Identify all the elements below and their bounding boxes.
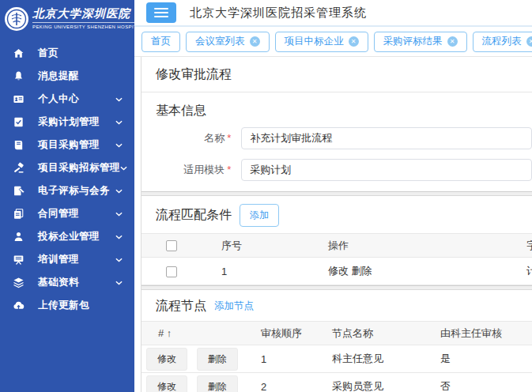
menu-toggle-button[interactable]: [146, 2, 176, 23]
page-title: 修改审批流程: [141, 57, 532, 92]
basic-info-heading: 基本信息: [141, 92, 532, 119]
book-icon: [12, 139, 25, 152]
cell-node-name: 采购员意见: [327, 373, 436, 392]
close-icon[interactable]: ✕: [250, 36, 260, 47]
clipboard-check-icon: [12, 116, 25, 129]
cell-dept-review: 否: [436, 373, 532, 392]
sidebar-item-messages[interactable]: 消息提醒: [0, 65, 134, 88]
add-condition-button[interactable]: 添加: [240, 204, 279, 227]
sidebar: 北京大学深圳医院 PEKING UNIVERSITY SHENZHEN HOSP…: [0, 0, 134, 392]
edit-button[interactable]: 修改: [146, 348, 187, 371]
module-field-label: 适用模块*: [141, 163, 231, 177]
hospital-logo-icon: [4, 6, 29, 32]
cell-order: 2: [256, 373, 327, 392]
tab-label: 流程列表: [482, 35, 522, 48]
sidebar-item-personal-center[interactable]: 个人中心: [0, 88, 134, 111]
column-sort[interactable]: # ↑: [141, 322, 256, 345]
sidebar-item-home[interactable]: 首页: [0, 42, 134, 65]
close-icon[interactable]: ✕: [447, 36, 458, 47]
column-seq: 序号: [201, 234, 308, 258]
chevron-down-icon: [115, 189, 123, 194]
chevron-down-icon: [115, 143, 123, 148]
tab-process-list[interactable]: 流程列表 ✕: [473, 32, 532, 52]
table-header-row: 序号 操作 字: [141, 234, 532, 258]
sidebar-item-label: 项目采购管理: [38, 138, 100, 152]
close-icon[interactable]: ✕: [349, 36, 359, 47]
cell-extra: 计: [521, 258, 532, 285]
sidebar-item-e-evaluation[interactable]: 电子评标与会务: [0, 179, 134, 202]
required-mark: *: [227, 132, 231, 144]
column-extra: 字: [521, 234, 532, 258]
sidebar-item-bidder-company-mgmt[interactable]: 投标企业管理: [0, 225, 134, 248]
sidebar-item-label: 个人中心: [38, 92, 79, 106]
bell-icon: [12, 70, 25, 83]
row-checkbox[interactable]: [166, 266, 177, 277]
chevron-down-icon: [115, 212, 123, 217]
module-input[interactable]: [241, 159, 532, 181]
hospital-name: 北京大学深圳医院: [32, 8, 143, 20]
cell-seq: 1: [201, 258, 308, 285]
main-area: 北京大学深圳医院招采管理系统 首页 会议室列表 ✕ 项目中标企业 ✕ 采购评标结…: [134, 0, 532, 392]
layers-icon: [12, 277, 25, 289]
gavel-icon: [12, 162, 25, 175]
sidebar-item-label: 合同管理: [38, 207, 79, 220]
app-window: 北京大学深圳医院 PEKING UNIVERSITY SHENZHEN HOSP…: [0, 0, 532, 392]
sidebar-item-label: 电子评标与会务: [38, 184, 110, 198]
tab-winning-bidders[interactable]: 项目中标企业 ✕: [275, 32, 368, 52]
name-input[interactable]: [241, 127, 532, 149]
column-dept-review: 由科主任审核: [436, 322, 532, 345]
page-content: 修改审批流程 基本信息 名称* 适用模块* 流程匹配条件 添加: [141, 57, 532, 392]
user-icon: [12, 231, 25, 243]
sidebar-item-project-purchase-mgmt[interactable]: 项目采购管理: [0, 134, 134, 156]
edit-button[interactable]: 修改: [146, 375, 187, 392]
form-row-name: 名称*: [141, 127, 532, 149]
topbar: 北京大学深圳医院招采管理系统: [134, 0, 532, 27]
tab-meeting-room-list[interactable]: 会议室列表 ✕: [186, 32, 270, 52]
cell-actions[interactable]: 修改 删除: [308, 258, 521, 285]
tab-label: 首页: [151, 35, 171, 48]
document-edit-icon: [12, 185, 25, 198]
chevron-down-icon: [115, 97, 123, 102]
hospital-logo-area: 北京大学深圳医院 PEKING UNIVERSITY SHENZHEN HOSP…: [0, 0, 134, 37]
delete-button[interactable]: 删除: [197, 348, 238, 371]
tab-home[interactable]: 首页: [141, 32, 180, 52]
table-row: 修改 删除 2 采购员意见 否: [141, 373, 532, 392]
match-conditions-table: 序号 操作 字 1 修改 删除 计: [141, 233, 532, 285]
table-row: 1 修改 删除 计: [141, 258, 532, 285]
sidebar-menu: 首页 消息提醒 个人中心 采购: [0, 42, 134, 317]
sidebar-item-label: 项目采购招标管理: [38, 161, 120, 175]
cell-order: 1: [256, 345, 327, 373]
sidebar-item-project-bidding-mgmt[interactable]: 项目采购招标管理: [0, 156, 134, 179]
hospital-name-en: PEKING UNIVERSITY SHENZHEN HOSPITAL: [32, 22, 143, 29]
system-title: 北京大学深圳医院招采管理系统: [190, 6, 367, 21]
cell-node-name: 科主任意见: [327, 345, 436, 373]
sidebar-item-label: 培训管理: [38, 253, 79, 266]
add-node-link[interactable]: 添加节点: [214, 300, 254, 313]
tab-bid-evaluation-results[interactable]: 采购评标结果 ✕: [374, 32, 467, 52]
flow-nodes-header: 流程节点 添加节点: [141, 290, 532, 321]
tab-label: 采购评标结果: [383, 35, 443, 48]
chevron-down-icon: [115, 258, 123, 262]
close-icon[interactable]: ✕: [526, 36, 532, 47]
tab-label: 会议室列表: [195, 35, 245, 48]
sidebar-item-upload-update-package[interactable]: 上传更新包: [0, 294, 134, 317]
cloud-upload-icon: [12, 300, 25, 312]
sidebar-item-label: 上传更新包: [38, 299, 89, 312]
sidebar-item-purchase-plan-mgmt[interactable]: 采购计划管理: [0, 111, 134, 134]
form-row-module: 适用模块*: [141, 159, 532, 181]
id-card-icon: [12, 93, 25, 106]
sidebar-item-training-mgmt[interactable]: 培训管理: [0, 248, 134, 271]
match-conditions-heading: 流程匹配条件: [156, 207, 232, 224]
delete-button[interactable]: 删除: [197, 375, 238, 392]
chevron-down-icon: [115, 120, 123, 125]
home-icon: [12, 47, 25, 60]
sidebar-item-label: 采购计划管理: [38, 115, 100, 129]
name-field-label: 名称*: [141, 131, 231, 145]
sidebar-item-contract-mgmt[interactable]: 合同管理: [0, 202, 134, 225]
required-mark: *: [227, 164, 231, 175]
select-all-checkbox[interactable]: [166, 240, 177, 251]
basic-info-form: 名称* 适用模块*: [141, 119, 532, 191]
sidebar-item-label: 基础资料: [38, 276, 79, 289]
sidebar-item-basic-data[interactable]: 基础资料: [0, 271, 134, 294]
flow-nodes-heading: 流程节点: [156, 298, 206, 315]
